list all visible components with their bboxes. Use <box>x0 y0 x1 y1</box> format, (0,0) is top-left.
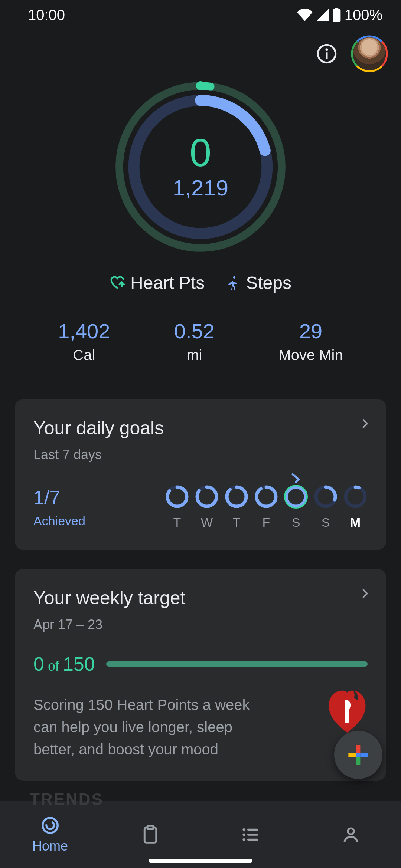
stat-distance[interactable]: 0.52 mi <box>174 319 215 364</box>
svg-point-44 <box>242 828 245 831</box>
nav-home-label: Home <box>32 838 68 854</box>
day-circle: S <box>284 485 308 530</box>
stat-calories[interactable]: 1,402 Cal <box>58 319 110 364</box>
svg-rect-1 <box>335 8 338 10</box>
wifi-icon <box>297 9 313 21</box>
chevron-right-icon <box>359 417 371 431</box>
heart-icon <box>110 275 126 291</box>
info-button[interactable] <box>316 43 338 65</box>
stat-move-minutes[interactable]: 29 Move Min <box>278 319 343 364</box>
daily-goals-days: TWTFSSM <box>165 485 368 530</box>
status-bar: 10:00 100% <box>0 0 401 30</box>
svg-rect-38 <box>348 753 356 757</box>
day-circle: M <box>343 485 368 530</box>
day-label: T <box>173 515 181 530</box>
stat-move-value: 29 <box>278 319 343 343</box>
svg-point-24 <box>260 490 273 503</box>
ring-legend: Heart Pts Steps <box>15 273 386 293</box>
add-fab[interactable] <box>334 731 382 779</box>
svg-rect-45 <box>247 829 258 831</box>
daily-goals-card[interactable]: Your daily goals Last 7 days 1/7 Achieve… <box>15 399 386 550</box>
weekly-target-card[interactable]: Your weekly target Apr 17 – 23 0 of 150 … <box>15 569 386 781</box>
profile-avatar[interactable] <box>351 35 388 72</box>
stat-cal-value: 1,402 <box>58 319 110 343</box>
svg-rect-47 <box>247 834 258 835</box>
list-icon <box>241 825 261 845</box>
svg-rect-0 <box>333 9 340 22</box>
svg-rect-49 <box>247 839 258 841</box>
trends-heading-ghost: TRENDS <box>30 790 104 809</box>
svg-point-50 <box>348 828 354 834</box>
avatar-image <box>353 37 386 70</box>
svg-point-15 <box>170 490 184 503</box>
svg-point-41 <box>45 820 55 831</box>
clipboard-icon <box>140 825 160 845</box>
status-time: 10:00 <box>28 7 65 23</box>
battery-percent: 100% <box>345 7 382 23</box>
svg-point-31 <box>319 490 332 503</box>
weekly-title: Your weekly target <box>33 587 368 609</box>
status-icons: 100% <box>297 7 382 23</box>
legend-heart[interactable]: Heart Pts <box>110 273 205 293</box>
day-label: S <box>292 515 300 530</box>
stat-mi-label: mi <box>174 347 215 364</box>
chevron-right-icon <box>359 587 371 601</box>
svg-rect-3 <box>326 52 328 59</box>
day-circle: T <box>224 485 249 530</box>
heart-points-value: 0 <box>190 133 211 172</box>
bottom-nav: Home <box>0 801 401 868</box>
svg-point-18 <box>200 490 213 503</box>
nav-home[interactable]: Home <box>0 801 100 868</box>
svg-point-34 <box>349 490 362 503</box>
steps-icon <box>225 275 241 291</box>
svg-point-21 <box>230 490 243 503</box>
nav-profile[interactable] <box>301 801 401 868</box>
stat-mi-value: 0.52 <box>174 319 215 343</box>
svg-rect-35 <box>356 745 361 753</box>
nav-browse[interactable] <box>200 801 301 868</box>
day-label: F <box>263 515 270 530</box>
day-circle: W <box>195 485 219 530</box>
daily-goals-achieved-label: Achieved <box>33 514 85 528</box>
legend-steps[interactable]: Steps <box>225 273 291 293</box>
day-circle: F <box>254 485 278 530</box>
svg-point-28 <box>285 486 307 508</box>
day-label: M <box>350 515 361 530</box>
svg-rect-36 <box>360 753 368 757</box>
steps-value: 1,219 <box>173 175 228 201</box>
home-icon <box>40 815 60 835</box>
svg-point-4 <box>326 48 328 51</box>
legend-heart-label: Heart Pts <box>130 273 205 293</box>
weekly-progress-bar <box>106 661 368 667</box>
day-label: W <box>201 515 213 530</box>
svg-point-40 <box>43 818 58 833</box>
weekly-subtitle: Apr 17 – 23 <box>33 617 368 632</box>
legend-steps-label: Steps <box>246 273 291 293</box>
daily-goals-fraction: 1/7 <box>33 486 85 509</box>
gesture-bar[interactable] <box>149 859 252 863</box>
day-circle: S <box>313 485 338 530</box>
nav-journal[interactable] <box>100 801 200 868</box>
day-circle: T <box>165 485 189 530</box>
day-label: S <box>322 515 330 530</box>
weekly-score: 0 of 150 <box>33 653 95 675</box>
svg-rect-43 <box>147 826 153 829</box>
svg-rect-39 <box>356 753 361 757</box>
daily-goals-subtitle: Last 7 days <box>33 447 368 463</box>
svg-point-48 <box>242 838 245 841</box>
activity-rings[interactable]: 0 1,219 <box>115 82 286 252</box>
check-icon <box>289 471 303 486</box>
svg-point-46 <box>242 833 245 836</box>
day-label: T <box>233 515 241 530</box>
top-actions <box>0 30 401 78</box>
person-icon <box>341 825 361 845</box>
weekly-description: Scoring 150 Heart Points a week can help… <box>33 694 275 760</box>
plus-icon <box>346 743 370 767</box>
cellular-icon <box>316 9 329 21</box>
svg-rect-37 <box>356 757 361 765</box>
battery-icon <box>333 8 341 22</box>
stat-cal-label: Cal <box>58 347 110 364</box>
daily-goals-title: Your daily goals <box>33 417 368 439</box>
stat-move-label: Move Min <box>278 347 343 364</box>
svg-point-27 <box>289 490 303 503</box>
